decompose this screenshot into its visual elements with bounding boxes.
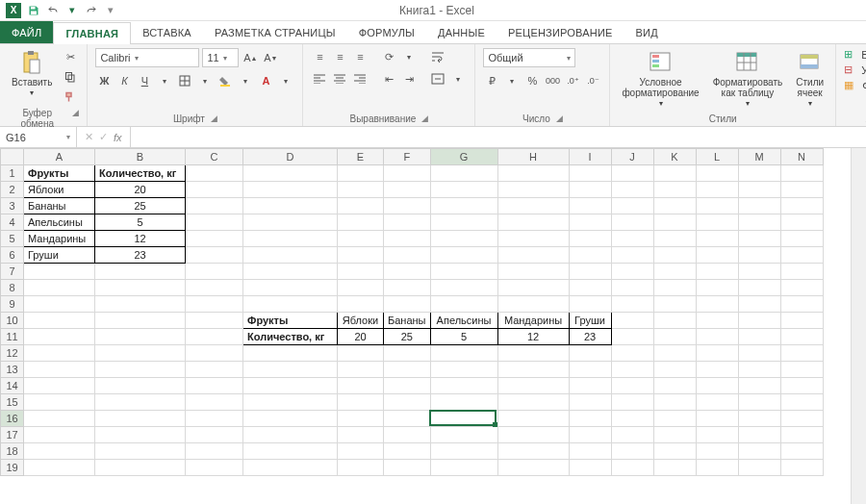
cell[interactable]	[738, 296, 780, 313]
cell[interactable]	[338, 264, 384, 280]
cell[interactable]: 5	[430, 329, 497, 345]
increase-decimal-icon[interactable]: .0⁺	[564, 72, 581, 89]
cell[interactable]	[780, 280, 823, 296]
cell[interactable]	[186, 280, 243, 296]
cell[interactable]	[738, 280, 780, 296]
tab-file[interactable]: ФАЙЛ	[0, 21, 53, 43]
underline-button[interactable]: Ч	[136, 72, 153, 89]
row-header[interactable]: 13	[1, 362, 24, 378]
cell[interactable]	[338, 280, 384, 296]
cell[interactable]	[243, 460, 338, 476]
cell[interactable]	[780, 198, 823, 214]
cell[interactable]	[696, 411, 738, 427]
cell[interactable]	[384, 182, 431, 198]
tab-insert[interactable]: ВСТАВКА	[131, 21, 203, 43]
cell[interactable]	[497, 460, 569, 476]
cell[interactable]	[738, 182, 780, 198]
cell[interactable]	[243, 411, 338, 427]
cell[interactable]	[338, 182, 384, 198]
cell[interactable]: 25	[95, 198, 186, 214]
align-bottom-icon[interactable]: ≡	[351, 48, 369, 65]
cell[interactable]	[24, 329, 95, 345]
cell[interactable]: Яблоки	[338, 313, 384, 329]
cell[interactable]	[243, 427, 338, 443]
align-center-icon[interactable]	[331, 70, 348, 88]
cell[interactable]	[24, 313, 95, 329]
cell[interactable]	[653, 427, 696, 443]
cell[interactable]	[338, 231, 384, 247]
cell[interactable]	[653, 182, 696, 198]
redo-icon[interactable]	[85, 4, 98, 17]
cut-icon[interactable]: ✂	[62, 48, 79, 65]
cell[interactable]	[611, 443, 653, 460]
name-box[interactable]: G16▾	[0, 127, 77, 147]
column-header[interactable]: D	[243, 149, 338, 165]
cell[interactable]	[696, 460, 738, 476]
cell[interactable]	[186, 165, 243, 182]
cell[interactable]	[243, 247, 338, 264]
cell[interactable]	[95, 362, 186, 378]
cell[interactable]	[24, 411, 95, 427]
cell[interactable]	[384, 460, 431, 476]
wrap-text-icon[interactable]	[429, 48, 446, 65]
cell[interactable]	[338, 198, 384, 214]
cell[interactable]	[95, 264, 186, 280]
cell[interactable]	[569, 264, 611, 280]
cell[interactable]	[738, 362, 780, 378]
cell[interactable]	[780, 182, 823, 198]
cell[interactable]	[186, 313, 243, 329]
cell[interactable]	[780, 345, 823, 362]
cell[interactable]: Мандарины	[24, 231, 95, 247]
row-header[interactable]: 17	[1, 427, 24, 443]
row-header[interactable]: 18	[1, 443, 24, 460]
font-size-select[interactable]: 11▾	[202, 48, 239, 67]
insert-cells-button[interactable]: ⊞ Вставить ▾	[844, 48, 866, 61]
decrease-font-icon[interactable]: A▼	[262, 49, 279, 66]
percent-icon[interactable]: %	[523, 72, 541, 89]
borders-icon[interactable]	[176, 72, 193, 89]
cell[interactable]	[338, 345, 384, 362]
cell[interactable]	[738, 329, 780, 345]
row-header[interactable]: 15	[1, 394, 24, 411]
cell[interactable]	[338, 411, 384, 427]
cell[interactable]: Бананы	[384, 313, 431, 329]
comma-style-icon[interactable]: 000	[544, 72, 561, 89]
cell[interactable]	[384, 264, 431, 280]
cell[interactable]	[384, 198, 431, 214]
cell[interactable]: Бананы	[24, 198, 95, 214]
cell[interactable]	[569, 378, 611, 394]
tab-page-layout[interactable]: РАЗМЕТКА СТРАНИЦЫ	[203, 21, 347, 43]
cell[interactable]	[780, 214, 823, 231]
cell[interactable]	[186, 231, 243, 247]
cell[interactable]	[186, 411, 243, 427]
cell[interactable]	[497, 427, 569, 443]
cell[interactable]: 12	[497, 329, 569, 345]
cell[interactable]	[338, 296, 384, 313]
cell[interactable]: Количество, кг	[95, 165, 186, 182]
cell[interactable]	[611, 329, 653, 345]
cell[interactable]	[24, 280, 95, 296]
format-as-table-button[interactable]: Форматировать как таблицу▾	[709, 48, 787, 111]
chevron-down-icon[interactable]: ▾	[237, 72, 254, 89]
cell[interactable]: Груши	[569, 313, 611, 329]
chevron-down-icon[interactable]: ▾	[277, 72, 294, 89]
cell[interactable]	[430, 214, 497, 231]
cell[interactable]	[430, 378, 497, 394]
row-header[interactable]: 7	[1, 264, 24, 280]
row-header[interactable]: 1	[1, 165, 24, 182]
cell[interactable]	[338, 214, 384, 231]
cell[interactable]: Апельсины	[24, 214, 95, 231]
tab-data[interactable]: ДАННЫЕ	[426, 21, 497, 43]
cell[interactable]	[24, 264, 95, 280]
cell[interactable]	[780, 411, 823, 427]
cell[interactable]	[569, 345, 611, 362]
dialog-launcher-icon[interactable]: ◢	[211, 113, 217, 124]
cell[interactable]	[430, 296, 497, 313]
cell[interactable]	[95, 329, 186, 345]
cell[interactable]	[611, 394, 653, 411]
cell[interactable]	[653, 165, 696, 182]
cell[interactable]	[780, 296, 823, 313]
cell[interactable]	[611, 362, 653, 378]
cell[interactable]	[653, 198, 696, 214]
font-color-icon[interactable]: A	[257, 72, 274, 89]
